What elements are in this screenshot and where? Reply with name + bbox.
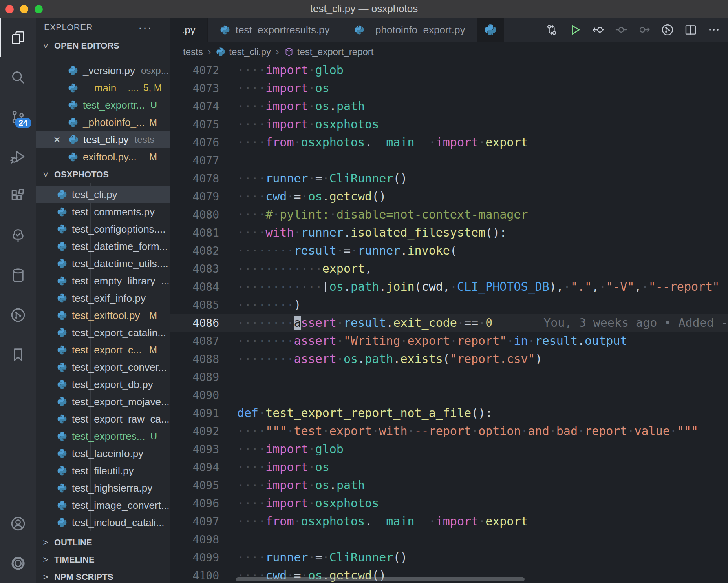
sidebar-section-outline[interactable]: >OUTLINE <box>36 534 170 551</box>
code-line[interactable]: 4083············export, <box>170 260 728 278</box>
code-line[interactable]: 4094····import·os <box>170 458 728 476</box>
code-line[interactable]: 4074····import·os.path <box>170 97 728 115</box>
breadcrumb-item[interactable]: test_cli.py <box>216 46 271 57</box>
horizontal-scrollbar[interactable] <box>236 577 525 581</box>
activity-item-account[interactable] <box>0 504 36 543</box>
tree-item[interactable]: test_datetime_form... <box>36 238 170 255</box>
git-status-badge: M <box>149 117 170 128</box>
breadcrumb-item[interactable]: test_export_report <box>284 46 374 57</box>
code-line[interactable]: 4076····from·osxphotos.__main__·import·e… <box>170 133 728 151</box>
editor-tab[interactable]: .py <box>170 18 208 42</box>
activity-item-explorer[interactable] <box>0 18 36 57</box>
file-name: test_exportr... <box>83 99 145 111</box>
compare-changes-button[interactable] <box>544 22 559 37</box>
code-line[interactable]: 4079····cwd·=·os.getcwd() <box>170 188 728 206</box>
code-line[interactable]: 4098 <box>170 530 728 548</box>
code-line[interactable]: 4084············[os.path.join(cwd,·CLI_P… <box>170 278 728 296</box>
step-over-button[interactable] <box>614 22 629 37</box>
code-line[interactable]: 4096····import·osxphotos <box>170 494 728 512</box>
tree-item[interactable]: test_exportres...U <box>36 428 170 445</box>
activity-item-run-and-debug[interactable] <box>0 137 36 176</box>
tree-item[interactable]: test_faceinfo.py <box>36 445 170 462</box>
tree-item[interactable]: test_export_catalin... <box>36 324 170 341</box>
git-history-button[interactable] <box>660 22 675 37</box>
tree-item[interactable]: test_export_c...M <box>36 341 170 359</box>
open-editors-header[interactable]: > OPEN EDITORS <box>36 37 170 54</box>
tree-item[interactable]: test_exiftool.pyM <box>36 307 170 324</box>
tree-item[interactable]: test_export_conver... <box>36 359 170 376</box>
project-section-header[interactable]: > OSXPHOTOS <box>36 166 170 183</box>
code-line[interactable]: 4086········assert·result.exit_code·==·0… <box>170 314 728 332</box>
sidebar-section-timeline[interactable]: >TIMELINE <box>36 551 170 568</box>
code-line[interactable]: 4075····import·osxphotos <box>170 115 728 133</box>
tree-item[interactable]: test_highsierra.py <box>36 479 170 497</box>
sidebar-more-icon[interactable]: ··· <box>138 24 152 31</box>
activity-item-search[interactable] <box>0 57 36 97</box>
code-line[interactable]: 4091def·test_export_report_not_a_file(): <box>170 404 728 422</box>
tree-item[interactable]: test_comments.py <box>36 203 170 220</box>
open-editor-item[interactable]: exiftool.py...M <box>36 148 170 166</box>
breadcrumb-item[interactable]: tests <box>183 46 203 57</box>
code-line[interactable]: 4080····#·pylint:·disable=not-context-ma… <box>170 206 728 224</box>
tree-item[interactable]: test_datetime_utils.... <box>36 255 170 272</box>
open-editor-item[interactable]: _photoinfo_...M <box>36 114 170 131</box>
code-line[interactable]: 4082········result·=·runner.invoke( <box>170 242 728 260</box>
active-language-python-icon[interactable] <box>477 18 504 42</box>
tree-item[interactable]: test_export_mojave... <box>36 393 170 410</box>
code-line[interactable]: 4087········assert·"Writing·export·repor… <box>170 332 728 350</box>
code-line[interactable]: 4097····from·osxphotos.__main__·import·e… <box>170 512 728 530</box>
tree-item[interactable]: test_empty_library_... <box>36 272 170 290</box>
code-area[interactable]: 4072····import·glob4073····import·os4074… <box>170 61 728 583</box>
tree-item[interactable]: test_exif_info.py <box>36 290 170 307</box>
open-editor-item[interactable]: _version.pyosxp... <box>36 62 170 79</box>
line-number: 4079 <box>170 188 219 206</box>
code-line[interactable]: 4090 <box>170 386 728 404</box>
code-line[interactable]: 4092····"""·test·export·with·--report·op… <box>170 422 728 440</box>
activity-item-testing[interactable] <box>0 216 36 255</box>
code-line[interactable]: 4081····with·runner.isolated_filesystem(… <box>170 224 728 242</box>
step-back-button[interactable] <box>591 22 605 37</box>
step-into-button[interactable] <box>637 22 652 37</box>
code-line[interactable]: 4072····import·glob <box>170 61 728 79</box>
file-name: test_image_convert... <box>72 499 170 512</box>
code-line[interactable]: 4078····runner·=·CliRunner() <box>170 169 728 188</box>
tree-item[interactable]: test_export_raw_ca... <box>36 410 170 428</box>
activity-item-source-control[interactable]: 24 <box>0 97 36 137</box>
editor-tab[interactable]: _photoinfo_export.py <box>342 18 477 42</box>
open-editor-item[interactable]: test_exportr...U <box>36 97 170 114</box>
sidebar-section-npm-scripts[interactable]: >NPM SCRIPTS <box>36 568 170 583</box>
account-icon <box>10 516 26 532</box>
open-editor-item[interactable]: __main__....5, M <box>36 79 170 97</box>
open-editor-item[interactable]: ×test_cli.pytests <box>36 131 170 148</box>
code-line[interactable]: 4099····runner·=·CliRunner() <box>170 548 728 567</box>
code-line[interactable]: 4093····import·glob <box>170 440 728 458</box>
tree-item[interactable]: test_configoptions.... <box>36 220 170 238</box>
code-line[interactable]: 4073····import·os <box>170 79 728 97</box>
more-actions-button[interactable] <box>706 22 721 37</box>
tree-item[interactable]: test_cli.py <box>36 186 170 203</box>
code-line[interactable]: 4077 <box>170 151 728 169</box>
activity-item-git-graph[interactable] <box>0 295 36 335</box>
close-icon[interactable]: × <box>50 133 64 146</box>
activity-item-database[interactable] <box>0 255 36 295</box>
code-line[interactable]: 4095····import·os.path <box>170 476 728 494</box>
code-line[interactable]: 4088········assert·os.path.exists("repor… <box>170 350 728 368</box>
tree-item[interactable]: test_incloud_catali... <box>36 514 170 531</box>
extensions-icon <box>10 188 26 204</box>
tree-item[interactable]: test_fileutil.py <box>36 462 170 479</box>
activity-item-bookmarks[interactable] <box>0 335 36 374</box>
tree-item[interactable]: test_image_convert... <box>36 497 170 514</box>
chevron-down-icon: > <box>40 170 51 179</box>
run-file-button[interactable] <box>567 22 582 37</box>
code-line[interactable]: 4085········) <box>170 296 728 314</box>
activity-item-extensions[interactable] <box>0 176 36 216</box>
activity-item-settings[interactable] <box>0 543 36 583</box>
split-editor-button[interactable] <box>683 22 698 37</box>
editor-tab[interactable]: test_exportresults.py <box>208 18 342 42</box>
editor-group: .pytest_exportresults.py_photoinfo_expor… <box>170 18 728 583</box>
file-path-hint: tests <box>135 134 155 145</box>
text-cursor: a <box>294 316 301 330</box>
tree-item[interactable]: test_export_db.py <box>36 376 170 393</box>
python-icon <box>57 344 68 355</box>
code-line[interactable]: 4089 <box>170 368 728 386</box>
